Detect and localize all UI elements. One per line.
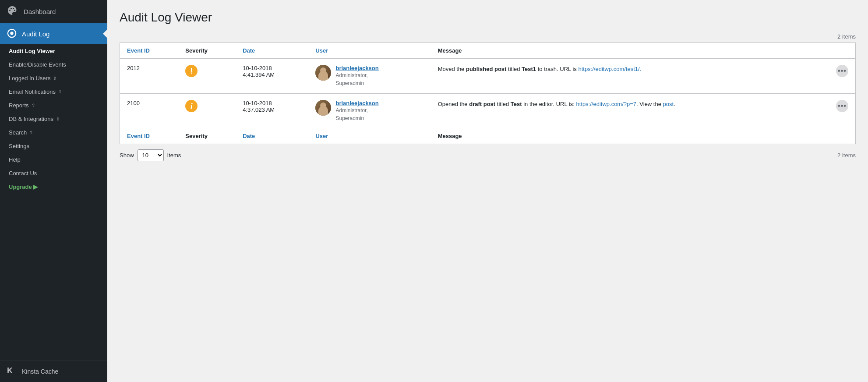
more-options-button[interactable]: •••	[836, 65, 848, 77]
message-cell: Opened the draft post titled Test in the…	[431, 94, 829, 129]
severity-info-icon: i	[185, 100, 198, 112]
user-cell: brianleejackson Administrator,Superadmin	[308, 59, 430, 94]
sidebar-item-label: Search	[9, 129, 27, 136]
sidebar-item-settings[interactable]: Settings	[0, 139, 107, 153]
page-title: Audit Log Viewer	[120, 11, 856, 25]
col-header-event-id[interactable]: Event ID	[120, 43, 179, 59]
sidebar-item-label: DB & Integrations	[9, 116, 53, 122]
upgrade-badge-icon: ⇧	[58, 89, 62, 94]
sidebar-kinsta-cache[interactable]: K Kinsta Cache	[0, 361, 107, 382]
action-cell: •••	[829, 94, 856, 129]
audit-log-label: Audit Log	[22, 30, 49, 38]
event-id-cell: 2012	[120, 59, 179, 94]
sidebar-item-help[interactable]: Help	[0, 153, 107, 166]
upgrade-label: Upgrade ▶	[9, 184, 38, 190]
main-content: Audit Log Viewer 2 items Event ID Severi…	[107, 0, 868, 382]
col-footer-date[interactable]: Date	[236, 128, 308, 144]
user-cell: brianleejackson Administrator,Superadmin	[308, 94, 430, 129]
table-footer: Show 10 25 50 100 Items 2 items	[120, 149, 856, 161]
items-count-top: 2 items	[120, 33, 856, 40]
sidebar-item-label: Contact Us	[9, 170, 37, 177]
message-cell: Moved the published post titled Test1 to…	[431, 59, 829, 94]
col-header-user[interactable]: User	[308, 43, 430, 59]
severity-cell: !	[178, 59, 236, 94]
dashboard-label: Dashboard	[24, 8, 56, 15]
sidebar-item-label: Help	[9, 156, 21, 163]
col-header-action	[829, 43, 856, 59]
user-role: Administrator,Superadmin	[335, 71, 378, 87]
show-label: Show	[120, 152, 134, 159]
sidebar-item-audit-log-viewer[interactable]: Audit Log Viewer	[0, 44, 107, 58]
user-role: Administrator,Superadmin	[335, 106, 378, 122]
audit-log-icon	[7, 28, 18, 39]
sidebar-item-label: Email Notifications	[9, 88, 56, 95]
upgrade-badge-icon: ⇧	[56, 117, 60, 121]
sidebar-dashboard-item[interactable]: Dashboard	[0, 0, 107, 23]
sidebar-item-search[interactable]: Search ⇧	[0, 126, 107, 139]
show-items-control: Show 10 25 50 100 Items	[120, 149, 181, 161]
table-row: 2100 i 10-10-20184:37.023 AM brianleejac…	[120, 94, 856, 129]
date-cell: 10-10-20184:37.023 AM	[236, 94, 308, 129]
action-cell: •••	[829, 59, 856, 94]
col-footer-event-id[interactable]: Event ID	[120, 128, 179, 144]
message-link[interactable]: https://editwp.com/?p=7	[576, 101, 636, 107]
sidebar-audit-log-item[interactable]: Audit Log	[0, 23, 107, 44]
upgrade-badge-icon: ⇧	[29, 130, 33, 135]
table-row: 2012 ! 10-10-20184:41.394 AM brianleejac…	[120, 59, 856, 94]
col-footer-action	[829, 128, 856, 144]
col-header-date[interactable]: Date	[236, 43, 308, 59]
audit-log-table: Event ID Severity Date User Message 2012…	[120, 42, 856, 144]
date-cell: 10-10-20184:41.394 AM	[236, 59, 308, 94]
col-footer-user[interactable]: User	[308, 128, 430, 144]
user-info: brianleejackson Administrator,Superadmin	[335, 100, 378, 122]
svg-point-1	[10, 32, 13, 35]
items-count-bottom: 2 items	[837, 152, 856, 159]
sidebar-item-label: Settings	[9, 143, 29, 149]
post-link[interactable]: post	[663, 101, 674, 107]
severity-cell: i	[178, 94, 236, 129]
sidebar-item-label: Reports	[9, 102, 29, 109]
sidebar-item-enable-disable[interactable]: Enable/Disable Events	[0, 58, 107, 71]
user-info: brianleejackson Administrator,Superadmin	[335, 65, 378, 87]
avatar-image	[315, 100, 331, 116]
sidebar-sub-menu: Audit Log Viewer Enable/Disable Events L…	[0, 44, 107, 180]
palette-icon	[7, 5, 19, 18]
avatar-image	[315, 65, 331, 81]
col-footer-message: Message	[431, 128, 829, 144]
avatar	[315, 100, 331, 116]
sidebar-item-email-notifications[interactable]: Email Notifications ⇧	[0, 85, 107, 99]
sidebar-item-label: Enable/Disable Events	[9, 61, 66, 68]
col-header-message: Message	[431, 43, 829, 59]
user-name-link[interactable]: brianleejackson	[335, 65, 378, 71]
severity-warning-icon: !	[185, 65, 198, 77]
col-footer-severity: Severity	[178, 128, 236, 144]
sidebar-item-logged-in-users[interactable]: Logged In Users ⇧	[0, 71, 107, 85]
sidebar-item-db-integrations[interactable]: DB & Integrations ⇧	[0, 112, 107, 126]
sidebar-upgrade-item[interactable]: Upgrade ▶	[0, 180, 107, 194]
sidebar-item-reports[interactable]: Reports ⇧	[0, 99, 107, 112]
items-per-page-select[interactable]: 10 25 50 100	[138, 149, 164, 161]
sidebar-item-contact-us[interactable]: Contact Us	[0, 166, 107, 180]
more-options-button[interactable]: •••	[836, 100, 848, 112]
table-footer-row: Event ID Severity Date User Message	[120, 128, 856, 144]
upgrade-badge-icon: ⇧	[32, 103, 35, 108]
message-link[interactable]: https://editwp.com/test1/.	[578, 66, 641, 72]
user-name-link[interactable]: brianleejackson	[335, 100, 378, 106]
kinsta-cache-label: Kinsta Cache	[22, 368, 58, 375]
event-id-cell: 2100	[120, 94, 179, 129]
col-header-severity: Severity	[178, 43, 236, 59]
sidebar: Dashboard Audit Log Audit Log Viewer Ena…	[0, 0, 107, 382]
sidebar-item-label: Logged In Users	[9, 75, 50, 81]
items-label: Items	[167, 152, 181, 159]
upgrade-badge-icon: ⇧	[53, 76, 56, 81]
table-header-row: Event ID Severity Date User Message	[120, 43, 856, 59]
kinsta-icon: K	[7, 366, 18, 377]
sidebar-item-label: Audit Log Viewer	[9, 48, 55, 54]
avatar	[315, 65, 331, 81]
